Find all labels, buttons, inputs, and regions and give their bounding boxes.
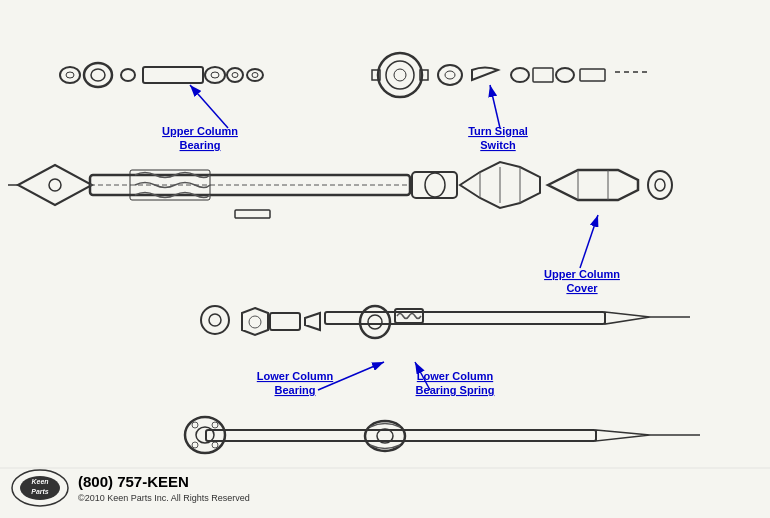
svg-text:Turn Signal: Turn Signal [468, 125, 528, 137]
svg-marker-29 [18, 165, 92, 205]
svg-point-9 [211, 72, 219, 78]
svg-point-21 [511, 68, 529, 82]
svg-text:Lower Column: Lower Column [417, 370, 494, 382]
svg-point-15 [386, 61, 414, 89]
lower-column-full [185, 417, 700, 453]
svg-rect-36 [412, 172, 457, 198]
svg-rect-7 [143, 67, 203, 83]
svg-point-45 [249, 316, 261, 328]
lower-column-assembly [201, 306, 690, 338]
svg-point-56 [192, 442, 198, 448]
svg-point-5 [91, 69, 105, 81]
svg-point-55 [212, 422, 218, 428]
svg-point-23 [556, 68, 574, 82]
svg-text:Bearing: Bearing [275, 384, 316, 396]
svg-text:Parts: Parts [31, 488, 49, 495]
svg-point-43 [209, 314, 221, 326]
svg-point-14 [378, 53, 422, 97]
svg-point-2 [60, 67, 80, 83]
svg-text:Switch: Switch [480, 139, 516, 151]
svg-point-10 [227, 68, 243, 82]
svg-rect-35 [235, 210, 270, 218]
svg-text:Cover: Cover [566, 282, 598, 294]
svg-point-42 [201, 306, 229, 334]
svg-point-16 [394, 69, 406, 81]
svg-point-59 [365, 421, 405, 451]
svg-point-41 [655, 179, 665, 191]
upper-bearing-parts [60, 63, 263, 87]
turn-signal-parts [372, 53, 647, 97]
svg-point-3 [66, 72, 74, 78]
svg-rect-46 [270, 313, 300, 330]
svg-point-8 [205, 67, 225, 83]
svg-point-6 [121, 69, 135, 81]
svg-rect-47 [325, 312, 605, 324]
svg-point-11 [232, 73, 238, 78]
svg-rect-22 [533, 68, 553, 82]
main-column-assembly [8, 162, 672, 218]
svg-point-19 [438, 65, 462, 85]
svg-text:Upper Column: Upper Column [162, 125, 238, 137]
svg-marker-44 [242, 308, 268, 335]
svg-point-13 [252, 73, 258, 78]
svg-rect-58 [206, 430, 596, 441]
svg-point-49 [360, 306, 390, 338]
svg-line-62 [190, 85, 228, 128]
svg-text:Keen: Keen [31, 478, 48, 485]
svg-text:Bearing Spring: Bearing Spring [416, 384, 495, 396]
svg-text:©2010 Keen Parts Inc. All Righ: ©2010 Keen Parts Inc. All Rights Reserve… [78, 493, 250, 503]
svg-point-4 [84, 63, 112, 87]
svg-point-37 [425, 173, 445, 197]
svg-text:Lower Column: Lower Column [257, 370, 334, 382]
svg-point-30 [49, 179, 61, 191]
svg-line-64 [580, 215, 598, 268]
diagram-container: Upper Column Bearing Turn Signal Switch … [0, 0, 770, 518]
svg-rect-24 [580, 69, 605, 81]
svg-point-12 [247, 69, 263, 81]
svg-text:Bearing: Bearing [180, 139, 221, 151]
svg-point-20 [445, 71, 455, 79]
svg-point-50 [368, 315, 382, 329]
svg-point-54 [192, 422, 198, 428]
svg-point-40 [648, 171, 672, 199]
svg-line-63 [490, 85, 500, 128]
svg-text:(800) 757-KEEN: (800) 757-KEEN [78, 473, 189, 490]
svg-text:Upper Column: Upper Column [544, 268, 620, 280]
svg-point-57 [212, 442, 218, 448]
